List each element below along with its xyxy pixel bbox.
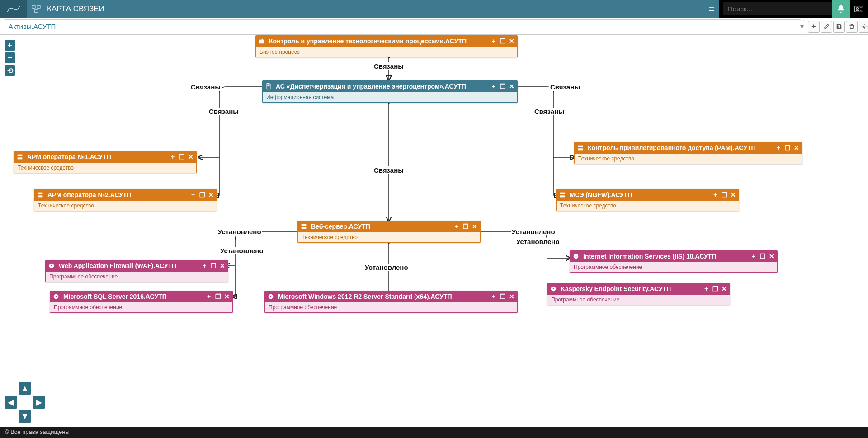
- node-close-icon[interactable]: ✕: [218, 262, 226, 269]
- node-iis[interactable]: Internet Information Services (IIS) 10.А…: [570, 250, 778, 273]
- node-close-icon[interactable]: ✕: [793, 144, 801, 151]
- node-doc-icon[interactable]: ❐: [462, 223, 470, 230]
- edge-label: Связаны: [208, 108, 240, 115]
- node-doc-icon[interactable]: ❐: [759, 253, 767, 260]
- node-subtitle: Программное обеспечение: [45, 272, 228, 282]
- app-logo[interactable]: [0, 0, 27, 18]
- node-win[interactable]: Microsoft Windows 2012 R2 Server Standar…: [264, 291, 518, 313]
- node-doc-icon[interactable]: ❐: [178, 153, 186, 160]
- node-add-icon[interactable]: +: [490, 38, 498, 45]
- disc-icon: [52, 292, 61, 301]
- node-title: Web Application Firewall (WAF).АСУТП: [59, 262, 200, 269]
- node-info-system[interactable]: АС «Диспетчеризация и управление энергоц…: [262, 80, 518, 103]
- diagram-canvas[interactable]: + − ⟲ ▲ ◀ ▶ ▼ Связаны Связаны Связаны Св: [0, 35, 868, 427]
- pan-right-button[interactable]: ▶: [33, 396, 45, 409]
- node-add-icon[interactable]: +: [453, 223, 461, 230]
- svg-rect-8: [38, 193, 43, 194]
- node-title: МСЭ (NGFW).АСУТП: [570, 191, 711, 198]
- node-add-icon[interactable]: +: [711, 191, 719, 198]
- pan-down-button[interactable]: ▼: [19, 410, 31, 423]
- settings-button[interactable]: [859, 21, 868, 33]
- node-close-icon[interactable]: ✕: [223, 293, 231, 300]
- node-ngfw[interactable]: МСЭ (NGFW).АСУТП+❐✕ Техническое средство: [556, 189, 739, 211]
- node-doc-icon[interactable]: ❐: [214, 293, 222, 300]
- disc-icon: [47, 261, 56, 270]
- node-doc-icon[interactable]: ❐: [499, 83, 507, 90]
- node-arm2[interactable]: АРМ оператора №2.АСУТП+❐✕ Техническое ср…: [34, 189, 217, 211]
- node-subtitle: Программное обеспечение: [50, 302, 233, 313]
- node-close-icon[interactable]: ✕: [720, 285, 728, 292]
- node-web[interactable]: Веб-сервер.АСУТП+❐✕ Техническое средство: [297, 221, 481, 243]
- svg-rect-11: [578, 148, 583, 150]
- breadcrumb-dropdown-icon[interactable]: ▾: [800, 20, 804, 33]
- breadcrumb[interactable]: Активы.АСУТП: [4, 19, 801, 33]
- notifications-icon[interactable]: [832, 0, 850, 18]
- node-add-icon[interactable]: +: [200, 262, 208, 269]
- edge-label: Связаны: [190, 83, 222, 91]
- pan-left-button[interactable]: ◀: [5, 396, 17, 409]
- node-waf[interactable]: Web Application Firewall (WAF).АСУТП+❐✕ …: [45, 260, 228, 282]
- server-icon: [576, 143, 585, 152]
- node-doc-icon[interactable]: ❐: [711, 285, 719, 292]
- node-title: АРМ оператора №2.АСУТП: [47, 191, 189, 198]
- node-kes[interactable]: Kaspersky Endpoint Security.АСУТП+❐✕ Про…: [547, 283, 730, 305]
- node-doc-icon[interactable]: ❐: [720, 191, 728, 198]
- node-doc-icon[interactable]: ❐: [499, 293, 507, 300]
- node-business-process[interactable]: Контроль и управление технологическими п…: [255, 35, 518, 57]
- node-add-icon[interactable]: +: [169, 153, 177, 160]
- edge-label: Связаны: [373, 62, 405, 70]
- svg-rect-6: [18, 155, 23, 156]
- zoom-out-button[interactable]: −: [5, 52, 15, 63]
- node-close-icon[interactable]: ✕: [187, 153, 195, 160]
- edit-button[interactable]: [821, 21, 832, 33]
- node-doc-icon[interactable]: ❐: [783, 144, 792, 151]
- pan-up-button[interactable]: ▲: [19, 382, 31, 395]
- node-close-icon[interactable]: ✕: [768, 253, 776, 260]
- svg-rect-14: [302, 224, 307, 226]
- add-button[interactable]: +: [808, 21, 820, 33]
- node-add-icon[interactable]: +: [774, 144, 783, 151]
- node-subtitle: Техническое средство: [14, 163, 197, 173]
- node-doc-icon[interactable]: ❐: [209, 262, 217, 269]
- svg-rect-12: [560, 193, 565, 194]
- edge-label: Установлено: [364, 264, 409, 271]
- node-close-icon[interactable]: ✕: [471, 223, 479, 230]
- document-icon: [264, 82, 273, 91]
- topbar: КАРТА СВЯЗЕЙ ≡: [0, 0, 868, 18]
- svg-rect-7: [18, 157, 23, 159]
- node-pam[interactable]: Контроль привилегированного доступа (PAM…: [574, 142, 802, 164]
- zoom-controls: + − ⟲: [5, 40, 15, 76]
- node-subtitle: Программное обеспечение: [264, 302, 518, 313]
- node-close-icon[interactable]: ✕: [508, 38, 516, 45]
- node-title: Microsoft Windows 2012 R2 Server Standar…: [278, 293, 490, 300]
- node-arm1[interactable]: АРМ оператора №1.АСУТП+❐✕ Техническое ср…: [14, 151, 197, 173]
- node-doc-icon[interactable]: ❐: [198, 191, 206, 198]
- node-subtitle: Программное обеспечение: [570, 262, 778, 273]
- node-subtitle: Программное обеспечение: [547, 295, 730, 305]
- search-input[interactable]: [723, 2, 832, 15]
- node-add-icon[interactable]: +: [750, 253, 758, 260]
- zoom-reset-button[interactable]: ⟲: [5, 65, 15, 76]
- node-add-icon[interactable]: +: [490, 83, 498, 90]
- server-icon: [558, 190, 567, 199]
- map-icon: [30, 3, 42, 15]
- delete-button[interactable]: [846, 21, 858, 33]
- node-add-icon[interactable]: +: [189, 191, 197, 198]
- zoom-in-button[interactable]: +: [5, 40, 15, 51]
- node-close-icon[interactable]: ✕: [207, 191, 215, 198]
- node-close-icon[interactable]: ✕: [508, 83, 516, 90]
- node-close-icon[interactable]: ✕: [508, 293, 516, 300]
- svg-point-21: [270, 296, 272, 297]
- profile-icon[interactable]: [850, 0, 868, 18]
- save-button[interactable]: [833, 21, 845, 33]
- node-close-icon[interactable]: ✕: [729, 191, 737, 198]
- node-subtitle: Техническое средство: [556, 201, 739, 211]
- pan-controls: ▲ ◀ ▶ ▼: [5, 382, 45, 423]
- menu-icon[interactable]: ≡: [708, 3, 714, 15]
- node-doc-icon[interactable]: ❐: [499, 38, 507, 45]
- node-sql[interactable]: Microsoft SQL Server 2016.АСУТП+❐✕ Прогр…: [50, 291, 233, 313]
- node-add-icon[interactable]: +: [490, 293, 498, 300]
- node-add-icon[interactable]: +: [205, 293, 213, 300]
- node-add-icon[interactable]: +: [702, 285, 710, 292]
- node-title: Microsoft SQL Server 2016.АСУТП: [63, 293, 205, 300]
